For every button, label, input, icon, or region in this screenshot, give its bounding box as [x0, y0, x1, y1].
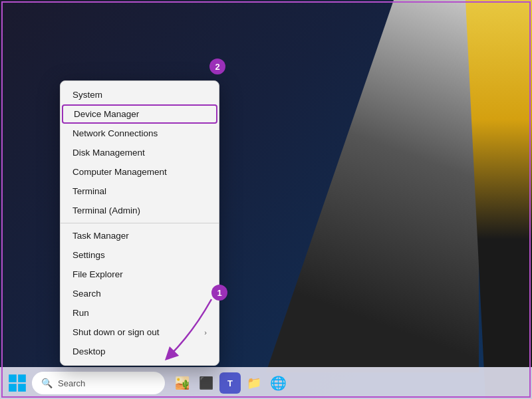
menu-item-network-connections[interactable]: Network Connections — [61, 124, 219, 143]
task-view-icon[interactable]: ⬛ — [196, 372, 217, 394]
file-explorer-icon[interactable]: 📁 — [243, 372, 265, 394]
badge-2: 2 — [209, 59, 225, 74]
windows-logo-icon — [8, 374, 27, 392]
menu-item-terminal-admin[interactable]: Terminal (Admin) — [61, 201, 219, 220]
menu-item-terminal[interactable]: Terminal — [61, 182, 219, 201]
menu-item-desktop[interactable]: Desktop — [61, 342, 219, 361]
menu-item-disk-management[interactable]: Disk Management — [61, 143, 219, 162]
edge-icon[interactable]: 🌐 — [267, 372, 289, 394]
start-button[interactable] — [7, 372, 28, 394]
menu-item-device-manager[interactable]: Device Manager — [62, 104, 217, 124]
search-icon: 🔍 — [41, 378, 53, 388]
submenu-arrow-icon: › — [204, 329, 207, 336]
menu-divider-1 — [61, 223, 219, 223]
taskbar-search[interactable]: 🔍 Search — [32, 372, 165, 394]
svg-rect-1 — [9, 374, 17, 382]
menu-item-search[interactable]: Search — [61, 284, 219, 303]
menu-item-computer-management[interactable]: Computer Management — [61, 162, 219, 182]
menu-item-run[interactable]: Run — [61, 303, 219, 323]
svg-rect-4 — [18, 384, 26, 392]
menu-item-settings[interactable]: Settings — [61, 245, 219, 265]
taskbar: 🔍 Search 🏜️ ⬛ T 📁 🌐 — [0, 367, 532, 399]
menu-item-task-manager[interactable]: Task Manager — [61, 226, 219, 245]
badge-1: 1 — [211, 285, 227, 301]
taskbar-icons: 🏜️ ⬛ T 📁 🌐 — [172, 372, 289, 394]
menu-item-file-explorer[interactable]: File Explorer — [61, 265, 219, 284]
svg-rect-2 — [18, 374, 26, 382]
landscape-icon[interactable]: 🏜️ — [172, 372, 193, 394]
menu-item-system[interactable]: System — [61, 85, 219, 104]
context-menu: System Device Manager Network Connection… — [60, 80, 219, 366]
svg-rect-3 — [9, 384, 17, 392]
teams-icon[interactable]: T — [219, 372, 241, 394]
taskbar-search-label: Search — [58, 378, 85, 388]
menu-item-shut-down[interactable]: Shut down or sign out › — [61, 323, 219, 342]
